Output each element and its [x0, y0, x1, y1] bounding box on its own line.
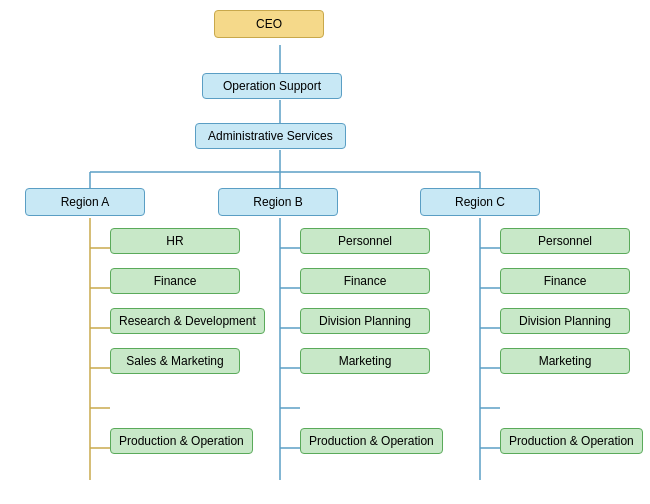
org-chart: CEO Operation Support Administrative Ser… [0, 0, 650, 504]
region-a-child-5: Production & Operation [110, 428, 253, 454]
region-b-child-4: Marketing [300, 348, 430, 374]
admin-services-label: Administrative Services [208, 129, 333, 143]
region-a-label: Region A [61, 195, 110, 209]
region-b-node: Region B [218, 188, 338, 216]
region-b-child-5: Production & Operation [300, 428, 443, 454]
region-c-node: Region C [420, 188, 540, 216]
region-c-child-5: Production & Operation [500, 428, 643, 454]
region-c-child-2: Finance [500, 268, 630, 294]
ceo-label: CEO [256, 17, 282, 31]
region-b-child-3: Division Planning [300, 308, 430, 334]
region-b-child-1: Personnel [300, 228, 430, 254]
ceo-node: CEO [214, 10, 324, 38]
region-c-child-3: Division Planning [500, 308, 630, 334]
region-c-child-1: Personnel [500, 228, 630, 254]
region-c-child-4: Marketing [500, 348, 630, 374]
op-support-node: Operation Support [202, 73, 342, 99]
region-a-child-1: HR [110, 228, 240, 254]
region-c-label: Region C [455, 195, 505, 209]
region-a-child-2: Finance [110, 268, 240, 294]
region-b-child-2: Finance [300, 268, 430, 294]
region-a-child-4: Sales & Marketing [110, 348, 240, 374]
op-support-label: Operation Support [223, 79, 321, 93]
region-a-child-3: Research & Development [110, 308, 265, 334]
admin-services-node: Administrative Services [195, 123, 346, 149]
region-a-node: Region A [25, 188, 145, 216]
region-b-label: Region B [253, 195, 302, 209]
